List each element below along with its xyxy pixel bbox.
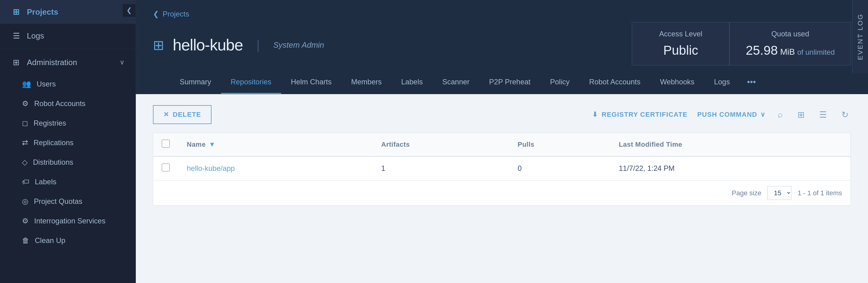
page-size-select[interactable]: 15 25 50 xyxy=(767,186,792,200)
table-col-last-modified: Last Modified Time xyxy=(611,133,850,157)
sidebar-item-projects[interactable]: ⊞ Projects xyxy=(0,0,135,24)
sidebar-item-label: Logs xyxy=(27,31,125,41)
robot-accounts-icon: ⚙ xyxy=(22,99,29,108)
row-pulls: 0 xyxy=(509,157,611,180)
view-list-button[interactable]: ☰ xyxy=(817,107,829,122)
tab-policy[interactable]: Policy xyxy=(540,71,579,94)
quota-card: Quota used 25.98 MiB of unlimited xyxy=(730,22,851,65)
access-level-card: Access Level Public xyxy=(632,22,730,65)
tab-helm-charts[interactable]: Helm Charts xyxy=(281,71,341,94)
header-cards: Access Level Public Quota used 25.98 MiB… xyxy=(632,22,851,65)
sidebar-item-interrogation-services[interactable]: ⚙ Interrogation Services xyxy=(0,211,135,231)
refresh-icon: ↻ xyxy=(841,110,848,119)
tabs-row: Summary Repositories Helm Charts Members… xyxy=(153,70,851,94)
labels-icon: 🏷 xyxy=(22,177,29,186)
sidebar-item-distributions[interactable]: ◇ Distributions xyxy=(0,152,135,172)
administration-chevron-icon: ∨ xyxy=(120,58,125,66)
sidebar-sub-item-label: Users xyxy=(37,80,56,88)
sidebar-sub-item-label: Distributions xyxy=(33,158,73,167)
search-button[interactable]: ⌕ xyxy=(775,107,785,122)
table-col-artifacts: Artifacts xyxy=(373,133,509,157)
sidebar-item-label: Projects xyxy=(27,7,125,17)
select-all-checkbox[interactable] xyxy=(162,140,170,148)
table-body: hello-kube/app 1 0 11/7/22, 1:24 PM xyxy=(153,157,850,180)
row-name[interactable]: hello-kube/app xyxy=(178,157,373,180)
sidebar-item-labels[interactable]: 🏷 Labels xyxy=(0,172,135,192)
quota-unit: MiB xyxy=(778,47,797,57)
refresh-button[interactable]: ↻ xyxy=(839,107,851,122)
tab-summary[interactable]: Summary xyxy=(170,71,221,94)
sidebar-sub-item-label: Robot Accounts xyxy=(34,99,86,108)
push-command-button[interactable]: PUSH COMMAND ∨ xyxy=(697,111,766,119)
page-info: 1 - 1 of 1 items xyxy=(798,189,842,197)
breadcrumb-arrow-icon: ❮ xyxy=(153,10,159,18)
table-header-checkbox xyxy=(153,133,178,157)
tab-robot-accounts[interactable]: Robot Accounts xyxy=(579,71,650,94)
projects-icon: ⊞ xyxy=(11,7,21,17)
sidebar-item-robot-accounts[interactable]: ⚙ Robot Accounts xyxy=(0,94,135,113)
cleanup-icon: 🗑 xyxy=(22,236,29,245)
sidebar-sub-item-label: Clean Up xyxy=(35,236,65,245)
row-artifacts: 1 xyxy=(373,157,509,180)
sidebar-item-replications[interactable]: ⇄ Replications xyxy=(0,133,135,152)
sidebar-item-project-quotas[interactable]: ◎ Project Quotas xyxy=(0,192,135,211)
download-icon: ⬇ xyxy=(592,111,598,119)
filter-icon[interactable]: ▼ xyxy=(209,141,215,148)
table-col-pulls: Pulls xyxy=(509,133,611,157)
registries-icon: ◻ xyxy=(22,119,28,128)
tab-labels[interactable]: Labels xyxy=(391,71,432,94)
sidebar-item-logs[interactable]: ☰ Logs xyxy=(0,24,135,48)
delete-button[interactable]: ✕ DELETE xyxy=(153,105,212,124)
main-content: ❮ Projects ⊞ hello-kube | System Admin A… xyxy=(136,0,868,283)
project-quotas-icon: ◎ xyxy=(22,197,28,206)
page-size-label: Page size xyxy=(732,189,762,197)
view-grid-button[interactable]: ⊞ xyxy=(795,107,807,122)
quota-value: 25.98 MiB of unlimited xyxy=(746,43,835,58)
row-checkbox[interactable] xyxy=(162,164,170,171)
breadcrumb-link[interactable]: Projects xyxy=(163,10,189,18)
sidebar-item-administration[interactable]: ⊞ Administration ∨ xyxy=(0,50,135,74)
interrogation-icon: ⚙ xyxy=(22,217,29,225)
delete-label: DELETE xyxy=(173,111,201,119)
tab-logs[interactable]: Logs xyxy=(704,71,740,94)
table-header: Name ▼ Artifacts Pulls Last Modified Tim… xyxy=(153,133,850,157)
sidebar-item-registries[interactable]: ◻ Registries xyxy=(0,113,135,133)
pagination: Page size 15 25 50 1 - 1 of 1 items xyxy=(153,180,850,205)
table-row: hello-kube/app 1 0 11/7/22, 1:24 PM xyxy=(153,157,850,180)
distributions-icon: ◇ xyxy=(22,158,28,167)
tab-members[interactable]: Members xyxy=(341,71,391,94)
event-log-label: EVENT LOG xyxy=(857,13,864,60)
quota-number: 25.98 xyxy=(746,43,778,57)
sidebar-sub-item-label: Registries xyxy=(34,119,66,128)
push-command-label: PUSH COMMAND xyxy=(697,111,757,119)
event-log-tab[interactable]: EVENT LOG xyxy=(852,0,868,73)
delete-icon: ✕ xyxy=(163,111,169,119)
tabs-more-button[interactable]: ••• xyxy=(740,70,763,93)
access-level-value: Public xyxy=(648,43,713,58)
breadcrumb: ❮ Projects xyxy=(153,10,851,18)
administration-icon: ⊞ xyxy=(11,57,21,67)
tab-p2p-preheat[interactable]: P2P Preheat xyxy=(479,71,540,94)
toolbar-right: ⬇ REGISTRY CERTIFICATE PUSH COMMAND ∨ ⌕ … xyxy=(592,107,851,122)
view-grid-icon: ⊞ xyxy=(798,110,805,119)
sidebar-collapse-button[interactable]: ❮ xyxy=(122,4,136,17)
tab-scanner[interactable]: Scanner xyxy=(432,71,479,94)
sidebar-item-cleanup[interactable]: 🗑 Clean Up xyxy=(0,231,135,250)
table-col-name: Name ▼ xyxy=(178,133,373,157)
project-separator: | xyxy=(256,37,260,53)
registry-certificate-button[interactable]: ⬇ REGISTRY CERTIFICATE xyxy=(592,111,687,119)
sidebar: ❮ ⊞ Projects ☰ Logs ⊞ Administration ∨ 👥… xyxy=(0,0,136,283)
sidebar-sub-item-label: Interrogation Services xyxy=(34,217,105,225)
users-icon: 👥 xyxy=(22,80,31,88)
sidebar-sub-item-label: Replications xyxy=(34,138,73,147)
tab-repositories[interactable]: Repositories xyxy=(221,71,281,94)
tab-webhooks[interactable]: Webhooks xyxy=(650,71,704,94)
sidebar-item-users[interactable]: 👥 Users xyxy=(0,74,135,94)
toolbar: ✕ DELETE ⬇ REGISTRY CERTIFICATE PUSH COM… xyxy=(153,105,851,124)
replications-icon: ⇄ xyxy=(22,138,28,147)
project-type-icon: ⊞ xyxy=(153,37,164,53)
view-list-icon: ☰ xyxy=(819,110,827,119)
content-area: ✕ DELETE ⬇ REGISTRY CERTIFICATE PUSH COM… xyxy=(136,94,868,283)
row-checkbox-cell xyxy=(153,157,178,180)
access-level-label: Access Level xyxy=(648,30,713,38)
